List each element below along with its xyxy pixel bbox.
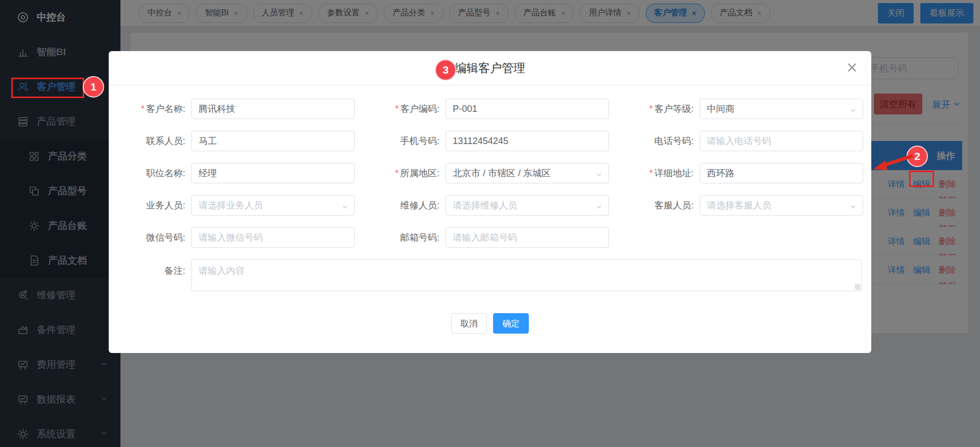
field-value: 西环路 (707, 167, 734, 179)
annotation-box-edit-link (909, 171, 934, 187)
annotation-box-customer-menu (11, 78, 84, 98)
dialog-header: 编辑客户管理 × (109, 51, 871, 85)
field-value: 请输入电话号码 (707, 135, 771, 147)
remark-textarea[interactable]: 请输入内容 (191, 260, 862, 291)
select-客户等级[interactable]: 中间商 (700, 99, 863, 119)
chevron-down-icon (341, 202, 349, 213)
dialog-footer: 取消 确定 (109, 313, 871, 334)
input-联系人员[interactable]: 马工 (191, 131, 355, 151)
field-value: 腾讯科技 (199, 103, 235, 115)
remark-field: 备注: 请输入内容 (109, 260, 871, 291)
field-label: 手机号码: (373, 135, 446, 147)
required-asterisk: * (395, 104, 399, 114)
dialog-title: 编辑客户管理 (455, 60, 525, 76)
field-value: 请选择业务人员 (199, 199, 263, 211)
form-field: *客户名称:腾讯科技 (109, 99, 363, 119)
required-asterisk: * (141, 104, 144, 114)
field-label: *所属地区: (373, 167, 446, 179)
annotation-badge-2: 2 (906, 146, 928, 167)
field-label: 联系人员: (119, 135, 191, 147)
form-field: *客户等级:中间商 (617, 99, 871, 119)
input-邮箱号码[interactable]: 请输入邮箱号码 (446, 227, 609, 248)
field-value: 请输入微信号码 (199, 231, 263, 244)
annotation-badge-3: 3 (435, 59, 456, 81)
input-电话号码[interactable]: 请输入电话号码 (700, 131, 863, 151)
input-职位名称[interactable]: 经理 (191, 163, 355, 183)
field-label: 微信号码: (119, 231, 191, 244)
form-field: 客服人员:请选择客服人员 (617, 195, 871, 216)
field-label: 电话号码: (627, 135, 700, 147)
field-value: 请选择客服人员 (707, 199, 771, 211)
form-field: 业务人员:请选择业务人员 (109, 195, 363, 216)
chevron-down-icon (595, 202, 603, 213)
form-field: *所属地区:北京市 / 市辖区 / 东城区 (363, 163, 617, 183)
field-label: *客户等级: (627, 103, 700, 115)
input-客户编码[interactable]: P-001 (446, 99, 609, 119)
input-客户名称[interactable]: 腾讯科技 (191, 99, 355, 119)
form-field: 邮箱号码:请输入邮箱号码 (363, 227, 617, 248)
field-label: *客户编码: (373, 103, 446, 115)
field-label: *客户名称: (119, 103, 191, 115)
select-维修人员[interactable]: 请选择维修人员 (446, 195, 609, 216)
edit-customer-dialog: 编辑客户管理 × *客户名称:腾讯科技*客户编码:P-001*客户等级:中间商联… (109, 51, 871, 353)
close-icon[interactable]: × (846, 60, 858, 75)
field-value: 北京市 / 市辖区 / 东城区 (453, 167, 551, 179)
field-value: 马工 (199, 135, 217, 147)
field-label: 客服人员: (627, 199, 700, 211)
field-value: P-001 (453, 104, 477, 114)
form-field: 电话号码:请输入电话号码 (617, 131, 871, 151)
resize-handle[interactable] (855, 284, 861, 290)
chevron-down-icon (849, 106, 857, 116)
app-root: 中控台智能BI客户管理产品管理产品分类产品型号产品台账产品文档维修管理备件管理费… (0, 0, 980, 447)
select-所属地区[interactable]: 北京市 / 市辖区 / 东城区 (446, 163, 609, 183)
field-label: 维修人员: (373, 199, 446, 211)
remark-label: 备注: (119, 260, 191, 291)
chevron-down-icon (849, 202, 857, 213)
required-asterisk: * (649, 168, 653, 178)
field-value: 经理 (199, 167, 217, 179)
confirm-button[interactable]: 确定 (493, 313, 529, 334)
annotation-badge-1: 1 (83, 76, 104, 98)
remark-placeholder: 请输入内容 (199, 266, 244, 276)
chevron-down-icon (595, 170, 603, 181)
form-field: 联系人员:马工 (109, 131, 363, 151)
field-label: 职位名称: (119, 167, 191, 179)
customer-form: *客户名称:腾讯科技*客户编码:P-001*客户等级:中间商联系人员:马工手机号… (109, 85, 871, 248)
required-asterisk: * (649, 104, 653, 114)
cancel-button[interactable]: 取消 (451, 313, 487, 334)
field-value: 请选择维修人员 (453, 199, 517, 211)
form-field: 微信号码:请输入微信号码 (109, 227, 363, 248)
input-详细地址[interactable]: 西环路 (700, 163, 863, 183)
form-field: *客户编码:P-001 (363, 99, 617, 119)
form-field: *详细地址:西环路 (617, 163, 871, 183)
input-手机号码[interactable]: 13112454245 (446, 131, 609, 151)
field-value: 中间商 (707, 103, 734, 115)
select-客服人员[interactable]: 请选择客服人员 (700, 195, 863, 216)
form-field: 职位名称:经理 (109, 163, 363, 183)
select-业务人员[interactable]: 请选择业务人员 (191, 195, 355, 216)
form-field: 手机号码:13112454245 (363, 131, 617, 151)
field-label: *详细地址: (627, 167, 700, 179)
field-value: 请输入邮箱号码 (453, 231, 517, 244)
input-微信号码[interactable]: 请输入微信号码 (191, 227, 355, 248)
field-label: 邮箱号码: (373, 231, 446, 244)
field-label: 业务人员: (119, 199, 191, 211)
field-value: 13112454245 (453, 136, 508, 147)
required-asterisk: * (395, 168, 399, 178)
form-field: 维修人员:请选择维修人员 (363, 195, 617, 216)
